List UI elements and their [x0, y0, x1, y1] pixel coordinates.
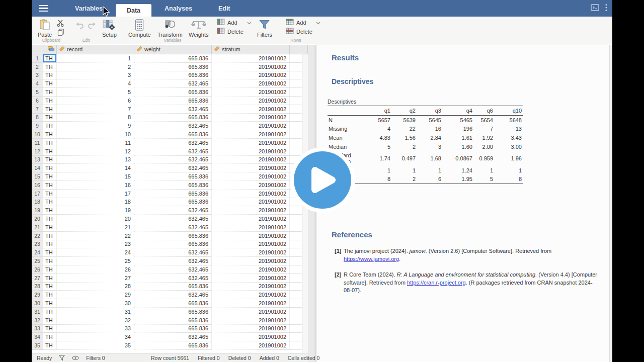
- cell-stratum[interactable]: 201901002: [212, 172, 290, 181]
- tab-analyses[interactable]: Analyses: [151, 0, 205, 17]
- cell-record[interactable]: 14: [57, 164, 134, 172]
- cell-record[interactable]: 17: [57, 190, 134, 198]
- cell-country[interactable]: TH: [43, 97, 57, 105]
- delete-row-button[interactable]: Delete: [286, 28, 312, 35]
- kebab-menu-icon[interactable]: [605, 4, 607, 14]
- cell-country[interactable]: TH: [43, 164, 57, 172]
- cell-country[interactable]: TH: [43, 71, 57, 80]
- cell-weight[interactable]: 632.465: [134, 206, 212, 215]
- cell-stratum[interactable]: 201901002: [212, 122, 290, 130]
- cell-stratum[interactable]: 201901002: [212, 215, 290, 223]
- cell-weight[interactable]: 632.465: [134, 333, 212, 341]
- cell-weight[interactable]: 632.465: [134, 164, 212, 172]
- cell-stratum[interactable]: 201901002: [212, 114, 290, 122]
- descriptives-table[interactable]: q1q2q3q4q6q10N565756395645546556545648Mi…: [328, 106, 523, 184]
- cell-country[interactable]: TH: [43, 147, 57, 156]
- redo-button[interactable]: [87, 22, 96, 30]
- cell-weight[interactable]: 632.465: [134, 139, 212, 147]
- cell-record[interactable]: 26: [57, 265, 134, 274]
- cell-stratum[interactable]: 201901002: [212, 333, 290, 341]
- cell-record[interactable]: 9: [57, 122, 134, 130]
- cell-record[interactable]: 34: [57, 333, 134, 341]
- cell-country[interactable]: TH: [43, 325, 57, 333]
- cell-stratum[interactable]: 201901002: [212, 147, 290, 156]
- add-variable-button[interactable]: Add: [217, 19, 252, 26]
- cell-record[interactable]: 12: [57, 147, 134, 156]
- row-number[interactable]: 25: [32, 257, 43, 265]
- cell-weight[interactable]: 665.836: [134, 130, 212, 139]
- cell-stratum[interactable]: 201901002: [212, 240, 290, 249]
- cell-country[interactable]: TH: [43, 232, 57, 240]
- cell-country[interactable]: TH: [43, 316, 57, 325]
- cell-weight[interactable]: 632.465: [134, 147, 212, 156]
- cell-record[interactable]: 21: [57, 223, 134, 232]
- row-number[interactable]: 31: [32, 308, 43, 316]
- cell-stratum[interactable]: 201901002: [212, 71, 290, 80]
- cell-weight[interactable]: 665.836: [134, 283, 212, 291]
- delete-variable-button[interactable]: Delete: [217, 28, 244, 35]
- row-number[interactable]: 11: [32, 139, 43, 147]
- cell-weight[interactable]: 665.836: [134, 299, 212, 308]
- cell-record[interactable]: 11: [57, 139, 134, 147]
- cell-weight[interactable]: 632.465: [134, 248, 212, 257]
- row-number[interactable]: 13: [32, 156, 43, 164]
- setup-button[interactable]: Setup: [102, 19, 117, 38]
- cell-weight[interactable]: 665.836: [134, 325, 212, 333]
- cell-stratum[interactable]: 201901002: [212, 139, 290, 147]
- cell-record[interactable]: 25: [57, 257, 134, 265]
- row-number[interactable]: 20: [32, 215, 43, 223]
- cell-country[interactable]: TH: [43, 240, 57, 249]
- cell-record[interactable]: 19: [57, 206, 134, 215]
- cell-country[interactable]: TH: [43, 88, 57, 97]
- row-number[interactable]: 21: [32, 223, 43, 232]
- cell-stratum[interactable]: 201901002: [212, 316, 290, 325]
- cell-weight[interactable]: 632.465: [134, 215, 212, 223]
- cell-weight[interactable]: 632.465: [134, 79, 212, 88]
- cell-country[interactable]: TH: [43, 291, 57, 299]
- cell-stratum[interactable]: 201901002: [212, 88, 290, 97]
- cell-stratum[interactable]: 201901002: [212, 97, 290, 105]
- row-number[interactable]: 24: [32, 248, 43, 257]
- results-card[interactable]: Results Descriptives Descriptives q1q2q3…: [316, 45, 609, 362]
- cell-weight[interactable]: 632.465: [134, 257, 212, 265]
- cell-country[interactable]: TH: [43, 181, 57, 190]
- cut-button[interactable]: [57, 20, 64, 28]
- row-number[interactable]: 2: [32, 63, 43, 71]
- cell-country[interactable]: TH: [43, 130, 57, 139]
- row-number[interactable]: 29: [32, 291, 43, 299]
- row-number[interactable]: 6: [32, 97, 43, 105]
- cell-record[interactable]: 31: [57, 308, 134, 316]
- tab-edit[interactable]: Edit: [205, 0, 244, 17]
- eye-icon[interactable]: [72, 355, 79, 360]
- row-number[interactable]: 4: [32, 79, 43, 88]
- reference-link[interactable]: https://www.jamovi.org: [344, 256, 399, 262]
- cell-weight[interactable]: 665.836: [134, 63, 212, 71]
- cell-weight[interactable]: 632.465: [134, 274, 212, 283]
- cell-record[interactable]: 7: [57, 105, 134, 114]
- cell-stratum[interactable]: 201901002: [212, 164, 290, 172]
- cell-weight[interactable]: 665.836: [134, 341, 212, 350]
- cell-stratum[interactable]: 201901002: [212, 341, 290, 350]
- cell-record[interactable]: 22: [57, 232, 134, 240]
- row-number[interactable]: 14: [32, 164, 43, 172]
- results-vertical-scrollbar[interactable]: [609, 45, 612, 362]
- cell-stratum[interactable]: 201901002: [212, 265, 290, 274]
- play-button[interactable]: [294, 151, 351, 209]
- cell-weight[interactable]: 665.836: [134, 71, 212, 80]
- row-number[interactable]: 10: [32, 130, 43, 139]
- cell-record[interactable]: 30: [57, 299, 134, 308]
- cell-stratum[interactable]: 201901002: [212, 79, 290, 88]
- cell-stratum[interactable]: 201901002: [212, 156, 290, 164]
- cell-stratum[interactable]: 201901002: [212, 63, 290, 71]
- cell-stratum[interactable]: 201901002: [212, 232, 290, 240]
- row-number[interactable]: 15: [32, 172, 43, 181]
- cell-country[interactable]: TH: [43, 215, 57, 223]
- main-menu-button[interactable]: [32, 0, 55, 17]
- add-row-button[interactable]: Add: [286, 19, 320, 26]
- cell-country[interactable]: TH: [43, 122, 57, 130]
- cell-weight[interactable]: 665.836: [134, 88, 212, 97]
- cell-stratum[interactable]: 201901002: [212, 308, 290, 316]
- cell-country[interactable]: TH: [43, 79, 57, 88]
- cell-weight[interactable]: 665.836: [134, 97, 212, 105]
- compute-button[interactable]: Compute: [128, 19, 151, 38]
